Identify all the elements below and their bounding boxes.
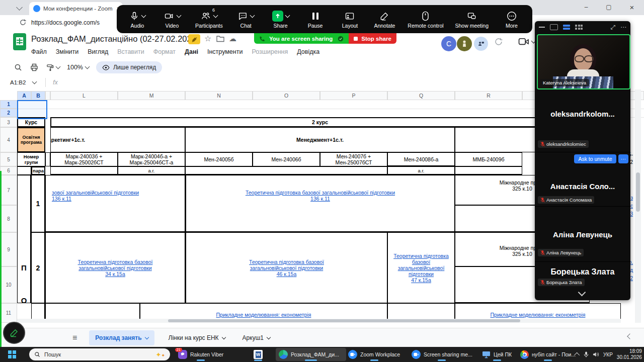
menu-help[interactable]: Довідка: [297, 48, 319, 55]
row-header-8[interactable]: 8: [0, 205, 17, 232]
col-header-B[interactable]: B: [31, 91, 45, 100]
menu-edit[interactable]: Змінити: [56, 48, 79, 55]
taskbar-app-zoom-workplace[interactable]: Zoom Workplace: [345, 348, 403, 361]
row-header-5[interactable]: 5: [0, 152, 17, 166]
share-chevron-icon[interactable]: [285, 13, 290, 18]
tray-mic-icon[interactable]: [584, 351, 589, 357]
share-button[interactable]: Share: [269, 10, 292, 29]
sheet-tab-links[interactable]: Лінки на курс ЕНК: [163, 330, 231, 345]
menu-file[interactable]: Файл: [31, 48, 47, 55]
sheet-tab-chevron-icon[interactable]: [267, 335, 271, 339]
cell-group[interactable]: Мен-24007б + Мен-25007бСТ: [320, 152, 387, 166]
annotation-pencil-button[interactable]: [3, 322, 25, 344]
horizontal-scrollbar[interactable]: [17, 319, 621, 323]
participant-tile[interactable]: oleksandrkolom... oleksandrkolomiec: [535, 88, 630, 152]
row-header-9[interactable]: 9: [0, 232, 17, 266]
split-view-icon[interactable]: [563, 25, 570, 30]
cell-lesson[interactable]: Теоретична підготовка базової загальнові…: [45, 232, 185, 303]
taskbar-app-word[interactable]: W: [251, 348, 266, 361]
row-header-11[interactable]: 11: [0, 303, 17, 323]
cell-empty[interactable]: [45, 152, 50, 166]
audio-button[interactable]: Audio: [126, 10, 149, 29]
cell-empty[interactable]: [50, 166, 118, 175]
print-icon[interactable]: [30, 63, 38, 71]
col-header-N[interactable]: N: [185, 91, 253, 100]
more-button[interactable]: More: [500, 10, 523, 29]
cell-group[interactable]: Мен-24005б: [185, 152, 253, 166]
chat-chevron-icon[interactable]: [250, 13, 255, 18]
cell-lesson[interactable]: Теоретична підготовка базової загальнові…: [185, 232, 387, 303]
cell-program-label[interactable]: Освітня програма: [17, 127, 45, 152]
tabbar-scroll-left-icon[interactable]: [627, 333, 632, 339]
spreadsheet-title[interactable]: Розклад_ФАМ_дистанційно (02-27.02.2026): [31, 34, 199, 44]
cell-para[interactable]: пара: [31, 166, 45, 175]
col-header-P[interactable]: P: [320, 91, 387, 100]
zoom-level-select[interactable]: 100%: [67, 64, 89, 71]
cell-empty[interactable]: [455, 166, 522, 175]
stop-share-button[interactable]: Stop share: [349, 33, 396, 44]
start-button[interactable]: [8, 350, 16, 358]
vertical-scrollbar[interactable]: [635, 89, 641, 323]
col-header-A[interactable]: A: [17, 91, 31, 100]
cell-group-label[interactable]: Номер групи: [17, 152, 45, 166]
taskbar-app-chrome[interactable]: нубіп сайт - Пои...: [517, 348, 579, 361]
participant-tile[interactable]: Анастасія Соло... Анастасія Соломаха: [535, 166, 630, 207]
cell-pair2-number[interactable]: 2: [31, 232, 45, 303]
taskbar-search-box[interactable]: Пошук ✦✦: [29, 348, 170, 360]
refresh-icon[interactable]: [19, 19, 27, 26]
taskbar-app-edge-sheet[interactable]: Розклад_ФАМ_ди...: [276, 348, 346, 361]
view-only-lock-icon[interactable]: [188, 34, 200, 44]
clock[interactable]: 18:09 30.01.2026: [617, 348, 642, 360]
ask-to-unmute-button[interactable]: Ask to unmute: [574, 154, 616, 163]
all-sheets-menu-icon[interactable]: ≡: [72, 333, 77, 342]
name-box-chevron-icon[interactable]: [32, 79, 37, 84]
col-header-Q[interactable]: Q: [387, 91, 455, 100]
name-box[interactable]: A1:B2: [10, 79, 26, 85]
language-indicator[interactable]: УКР: [603, 352, 613, 357]
tray-speaker-icon[interactable]: [593, 351, 599, 357]
window-maximize-button[interactable]: ▢: [599, 0, 619, 14]
menu-view[interactable]: Вигляд: [88, 48, 108, 55]
view-only-chip[interactable]: Лише перегляд: [96, 61, 162, 73]
taskbar-app-zoom-sharing[interactable]: Screen sharing me...: [409, 348, 475, 361]
col-header-L[interactable]: L: [50, 91, 118, 100]
audio-chevron-icon[interactable]: [141, 13, 146, 18]
cell-program-management[interactable]: Менеджмент+1с.т.: [185, 127, 455, 152]
row-header-7[interactable]: 7: [0, 175, 17, 205]
single-view-icon[interactable]: [550, 24, 558, 30]
window-minimize-button[interactable]: –: [576, 0, 596, 14]
cell-group[interactable]: Марк-24003б + Марк-25002бСТ: [50, 152, 118, 166]
panel-scroll-down-icon[interactable]: [578, 289, 586, 297]
cell-group[interactable]: Марк-24004б-а + Марк-25004бСТ-а: [118, 152, 185, 166]
present-avatar[interactable]: [474, 37, 488, 51]
col-header-hidden[interactable]: [45, 91, 50, 100]
tab-search-chevron-icon[interactable]: [16, 4, 23, 11]
sheet-tab-rozklad[interactable]: Розклад занять: [89, 330, 154, 345]
cell-program-marketing[interactable]: Маркетинг+1с.т.: [50, 127, 185, 152]
speaker-video-tile[interactable]: Kateryna Alekseieva: [537, 34, 630, 89]
cell-subgroup-ag[interactable]: а.г.: [387, 166, 455, 175]
menu-extensions[interactable]: Розширення: [252, 48, 288, 55]
window-close-button[interactable]: ×: [622, 0, 642, 14]
panel-more-icon[interactable]: ⋯: [620, 24, 626, 31]
panel-minimize-icon[interactable]: [539, 27, 545, 28]
row-header-3[interactable]: 3: [0, 117, 17, 127]
move-folder-icon[interactable]: [216, 35, 224, 42]
row-header-6[interactable]: 6: [0, 166, 17, 175]
avatar[interactable]: [457, 36, 472, 51]
search-icon[interactable]: [14, 63, 22, 71]
grid-view-icon[interactable]: [575, 25, 583, 30]
cell-group[interactable]: Мен-24008б-а: [387, 152, 455, 166]
remote-control-button[interactable]: Remote control: [408, 10, 443, 29]
avatar[interactable]: C: [441, 36, 456, 51]
row-header-4[interactable]: 4: [0, 127, 17, 152]
copilot-sparkle-icon[interactable]: ✦✦: [156, 351, 165, 358]
cell-empty[interactable]: [185, 166, 387, 175]
menu-data[interactable]: Дані: [185, 48, 198, 55]
taskbar-app-viber[interactable]: 21 Rakuten Viber: [175, 348, 226, 361]
col-header-R[interactable]: R: [455, 91, 522, 100]
cell-day-letters[interactable]: П О: [17, 175, 31, 303]
participants-button[interactable]: 6 Participants: [195, 10, 223, 29]
browser-tab-zoom[interactable]: Мои конференции - Zoom ×: [29, 2, 123, 15]
video-button[interactable]: Video: [160, 10, 184, 29]
